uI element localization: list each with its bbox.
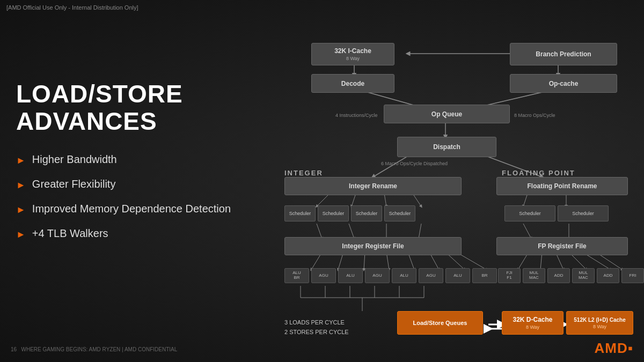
int-rename-box: Integer Rename <box>284 177 462 195</box>
unit-agu-1: AGU <box>311 268 336 283</box>
int-sched-4: Scheduler <box>384 205 415 221</box>
unit-fri: FRI <box>621 268 644 283</box>
l2cache-box: 512K L2 (I+D) Cache 8 Way <box>566 311 633 335</box>
unit-alu-3: ALU <box>445 268 470 283</box>
unit-br: BR <box>472 268 497 283</box>
icache-box: 32K I-Cache 8 Way <box>311 43 394 65</box>
bullet-arrow-1: ► <box>16 155 26 166</box>
opqueue-box: Op Queue <box>384 105 510 123</box>
int-sched-2: Scheduler <box>318 205 349 221</box>
load-store-queues-box: Load/Store Queues <box>397 311 483 335</box>
fp-unit-row: FJIF1 MULMAC ADD MULMAC ADD FRI <box>498 268 644 283</box>
footer: 16 WHERE GAMING BEGINS: AMD RYZEN | AMD … <box>11 346 177 352</box>
int-sched-3: Scheduler <box>351 205 382 221</box>
dispatch-box: Dispatch <box>397 137 496 157</box>
unit-add-1: ADD <box>547 268 570 283</box>
unit-alu-2: ALU <box>392 268 416 283</box>
diagram-area: 32K I-Cache 8 Way Decode Op Queue 4 Inst… <box>279 24 633 351</box>
unit-add-2: ADD <box>597 268 619 283</box>
svg-line-14 <box>317 224 322 239</box>
int-regfile-box: Integer Register File <box>284 237 462 255</box>
bullet-arrow-2: ► <box>16 180 26 191</box>
slide-title: LOAD/STOREADVANCES <box>16 80 252 135</box>
unit-alu-1: ALU <box>338 268 363 283</box>
int-sched-1: Scheduler <box>284 205 316 221</box>
left-panel: LOAD/STOREADVANCES ► Higher Bandwidth ► … <box>16 80 252 252</box>
fp-scheduler-row: Scheduler Scheduler <box>504 205 609 221</box>
unit-alu-br: ALUBR <box>284 268 309 283</box>
fp-rename-box: Floating Point Rename <box>496 177 628 195</box>
bullet-list: ► Higher Bandwidth ► Greater Flexibility… <box>16 153 252 240</box>
loads-stores-text: 3 LOADS PER CYCLE 2 STORES PER CYCLE <box>284 318 349 337</box>
bullet-arrow-3: ► <box>16 204 26 216</box>
bullet-2: ► Greater Flexibility <box>16 178 252 191</box>
int-unit-row: ALUBR AGU ALU AGU ALU AGU ALU BR <box>284 268 497 283</box>
bullet-1: ► Higher Bandwidth <box>16 153 252 166</box>
branch-pred-box: Branch Prediction <box>510 43 617 65</box>
int-scheduler-row: Scheduler Scheduler Scheduler Scheduler <box>284 205 415 221</box>
svg-line-15 <box>349 224 354 239</box>
eight-macro-label: 8 Macro Ops/Cycle <box>514 113 555 118</box>
bullet-3: ► Improved Memory Dependence Detection <box>16 203 252 216</box>
svg-line-17 <box>419 224 421 239</box>
integer-label: INTEGER <box>284 169 323 177</box>
unit-mul-mac-1: MULMAC <box>523 268 545 283</box>
unit-agu-3: AGU <box>419 268 443 283</box>
unit-fji: FJIF1 <box>498 268 521 283</box>
fp-label: FLOATING POINT <box>502 169 575 177</box>
opcache-box: Op-cache <box>510 74 617 93</box>
amd-logo: AMD▪ <box>595 340 633 357</box>
unit-agu-2: AGU <box>365 268 390 283</box>
svg-line-18 <box>523 224 531 239</box>
bullet-4: ► +4 TLB Walkers <box>16 227 252 240</box>
fp-sched-1: Scheduler <box>504 205 555 221</box>
watermark: [AMD Official Use Only - Internal Distri… <box>6 4 138 11</box>
bullet-arrow-4: ► <box>16 229 26 240</box>
decode-box: Decode <box>311 74 394 93</box>
dcache-box: 32K D-Cache 8 Way <box>502 311 564 335</box>
six-macro-label: 6 Macro Ops/Cycle Dispatched <box>381 161 448 166</box>
unit-mul-mac-2: MULMAC <box>572 268 595 283</box>
four-instr-label: 4 Instructions/Cycle <box>335 113 378 118</box>
fp-regfile-box: FP Register File <box>496 237 628 255</box>
fp-sched-2: Scheduler <box>558 205 609 221</box>
